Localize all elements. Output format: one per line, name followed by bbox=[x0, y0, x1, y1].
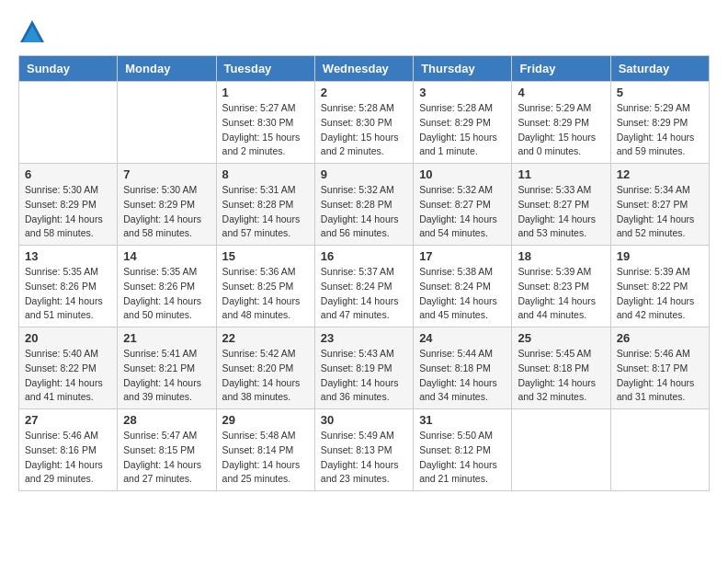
day-number: 14 bbox=[123, 249, 210, 263]
day-info: Sunrise: 5:42 AMSunset: 8:20 PMDaylight:… bbox=[222, 347, 309, 405]
day-info: Sunrise: 5:39 AMSunset: 8:23 PMDaylight:… bbox=[518, 265, 604, 323]
day-info: Sunrise: 5:40 AMSunset: 8:22 PMDaylight:… bbox=[25, 347, 111, 405]
day-info: Sunrise: 5:46 AMSunset: 8:16 PMDaylight:… bbox=[25, 429, 111, 487]
day-info: Sunrise: 5:44 AMSunset: 8:18 PMDaylight:… bbox=[419, 347, 506, 405]
day-number: 6 bbox=[25, 167, 111, 181]
day-info: Sunrise: 5:45 AMSunset: 8:18 PMDaylight:… bbox=[518, 347, 604, 405]
week-row-2: 6Sunrise: 5:30 AMSunset: 8:29 PMDaylight… bbox=[19, 164, 710, 246]
day-info: Sunrise: 5:49 AMSunset: 8:13 PMDaylight:… bbox=[321, 429, 407, 487]
day-cell: 29Sunrise: 5:48 AMSunset: 8:14 PMDayligh… bbox=[216, 409, 314, 491]
day-info: Sunrise: 5:32 AMSunset: 8:28 PMDaylight:… bbox=[321, 183, 407, 241]
day-cell: 6Sunrise: 5:30 AMSunset: 8:29 PMDaylight… bbox=[19, 164, 118, 246]
week-row-5: 27Sunrise: 5:46 AMSunset: 8:16 PMDayligh… bbox=[19, 409, 710, 491]
week-row-3: 13Sunrise: 5:35 AMSunset: 8:26 PMDayligh… bbox=[19, 246, 710, 327]
week-row-4: 20Sunrise: 5:40 AMSunset: 8:22 PMDayligh… bbox=[19, 327, 710, 409]
page-header bbox=[18, 18, 710, 46]
day-cell: 30Sunrise: 5:49 AMSunset: 8:13 PMDayligh… bbox=[314, 409, 413, 491]
day-number: 7 bbox=[123, 167, 210, 181]
day-cell: 22Sunrise: 5:42 AMSunset: 8:20 PMDayligh… bbox=[216, 327, 314, 409]
day-cell: 20Sunrise: 5:40 AMSunset: 8:22 PMDayligh… bbox=[19, 327, 118, 409]
day-number: 8 bbox=[222, 167, 309, 181]
day-info: Sunrise: 5:46 AMSunset: 8:17 PMDaylight:… bbox=[617, 347, 703, 405]
day-number: 28 bbox=[123, 413, 210, 427]
day-number: 10 bbox=[419, 167, 506, 181]
day-info: Sunrise: 5:37 AMSunset: 8:24 PMDaylight:… bbox=[321, 265, 407, 323]
day-info: Sunrise: 5:35 AMSunset: 8:26 PMDaylight:… bbox=[25, 265, 111, 323]
day-number: 15 bbox=[222, 249, 309, 263]
day-number: 17 bbox=[419, 249, 506, 263]
day-number: 21 bbox=[123, 331, 210, 345]
day-info: Sunrise: 5:29 AMSunset: 8:29 PMDaylight:… bbox=[617, 101, 703, 159]
day-number: 20 bbox=[25, 331, 111, 345]
day-cell: 21Sunrise: 5:41 AMSunset: 8:21 PMDayligh… bbox=[118, 327, 216, 409]
day-info: Sunrise: 5:28 AMSunset: 8:29 PMDaylight:… bbox=[419, 101, 506, 159]
day-cell: 9Sunrise: 5:32 AMSunset: 8:28 PMDaylight… bbox=[314, 164, 413, 246]
day-cell: 24Sunrise: 5:44 AMSunset: 8:18 PMDayligh… bbox=[414, 327, 512, 409]
day-number: 26 bbox=[617, 331, 703, 345]
day-info: Sunrise: 5:50 AMSunset: 8:12 PMDaylight:… bbox=[419, 429, 506, 487]
day-info: Sunrise: 5:32 AMSunset: 8:27 PMDaylight:… bbox=[419, 183, 506, 241]
day-cell: 26Sunrise: 5:46 AMSunset: 8:17 PMDayligh… bbox=[610, 327, 709, 409]
weekday-header-sunday: Sunday bbox=[19, 56, 118, 82]
logo-icon bbox=[18, 18, 46, 46]
day-cell: 15Sunrise: 5:36 AMSunset: 8:25 PMDayligh… bbox=[216, 246, 314, 327]
day-cell: 27Sunrise: 5:46 AMSunset: 8:16 PMDayligh… bbox=[19, 409, 118, 491]
day-number: 1 bbox=[222, 86, 309, 99]
weekday-header-row: SundayMondayTuesdayWednesdayThursdayFrid… bbox=[19, 56, 710, 82]
day-cell: 1Sunrise: 5:27 AMSunset: 8:30 PMDaylight… bbox=[216, 82, 314, 164]
day-cell: 16Sunrise: 5:37 AMSunset: 8:24 PMDayligh… bbox=[314, 246, 413, 327]
day-number: 18 bbox=[518, 249, 604, 263]
day-number: 4 bbox=[518, 86, 604, 99]
day-cell: 10Sunrise: 5:32 AMSunset: 8:27 PMDayligh… bbox=[414, 164, 512, 246]
day-info: Sunrise: 5:29 AMSunset: 8:29 PMDaylight:… bbox=[518, 101, 604, 159]
logo bbox=[18, 18, 50, 46]
day-cell bbox=[610, 409, 709, 491]
day-number: 3 bbox=[419, 86, 506, 99]
weekday-header-monday: Monday bbox=[118, 56, 216, 82]
weekday-header-saturday: Saturday bbox=[610, 56, 709, 82]
calendar: SundayMondayTuesdayWednesdayThursdayFrid… bbox=[18, 55, 710, 491]
day-info: Sunrise: 5:36 AMSunset: 8:25 PMDaylight:… bbox=[222, 265, 309, 323]
day-info: Sunrise: 5:38 AMSunset: 8:24 PMDaylight:… bbox=[419, 265, 506, 323]
day-info: Sunrise: 5:48 AMSunset: 8:14 PMDaylight:… bbox=[222, 429, 309, 487]
day-number: 9 bbox=[321, 167, 407, 181]
day-info: Sunrise: 5:31 AMSunset: 8:28 PMDaylight:… bbox=[222, 183, 309, 241]
day-info: Sunrise: 5:43 AMSunset: 8:19 PMDaylight:… bbox=[321, 347, 407, 405]
day-cell bbox=[118, 82, 216, 164]
day-number: 25 bbox=[518, 331, 604, 345]
day-cell: 3Sunrise: 5:28 AMSunset: 8:29 PMDaylight… bbox=[414, 82, 512, 164]
day-number: 13 bbox=[25, 249, 111, 263]
day-number: 11 bbox=[518, 167, 604, 181]
day-cell: 25Sunrise: 5:45 AMSunset: 8:18 PMDayligh… bbox=[512, 327, 610, 409]
day-cell: 31Sunrise: 5:50 AMSunset: 8:12 PMDayligh… bbox=[414, 409, 512, 491]
day-number: 29 bbox=[222, 413, 309, 427]
day-cell: 7Sunrise: 5:30 AMSunset: 8:29 PMDaylight… bbox=[118, 164, 216, 246]
day-cell: 19Sunrise: 5:39 AMSunset: 8:22 PMDayligh… bbox=[610, 246, 709, 327]
day-info: Sunrise: 5:28 AMSunset: 8:30 PMDaylight:… bbox=[321, 101, 407, 159]
day-info: Sunrise: 5:30 AMSunset: 8:29 PMDaylight:… bbox=[123, 183, 210, 241]
weekday-header-wednesday: Wednesday bbox=[314, 56, 413, 82]
day-cell bbox=[19, 82, 118, 164]
week-row-1: 1Sunrise: 5:27 AMSunset: 8:30 PMDaylight… bbox=[19, 82, 710, 164]
day-cell: 8Sunrise: 5:31 AMSunset: 8:28 PMDaylight… bbox=[216, 164, 314, 246]
day-cell: 11Sunrise: 5:33 AMSunset: 8:27 PMDayligh… bbox=[512, 164, 610, 246]
day-number: 24 bbox=[419, 331, 506, 345]
weekday-header-tuesday: Tuesday bbox=[216, 56, 314, 82]
day-number: 31 bbox=[419, 413, 506, 427]
day-info: Sunrise: 5:27 AMSunset: 8:30 PMDaylight:… bbox=[222, 101, 309, 159]
day-number: 12 bbox=[617, 167, 703, 181]
day-info: Sunrise: 5:30 AMSunset: 8:29 PMDaylight:… bbox=[25, 183, 111, 241]
day-number: 22 bbox=[222, 331, 309, 345]
day-info: Sunrise: 5:39 AMSunset: 8:22 PMDaylight:… bbox=[617, 265, 703, 323]
day-info: Sunrise: 5:35 AMSunset: 8:26 PMDaylight:… bbox=[123, 265, 210, 323]
day-cell: 23Sunrise: 5:43 AMSunset: 8:19 PMDayligh… bbox=[314, 327, 413, 409]
day-number: 23 bbox=[321, 331, 407, 345]
day-cell bbox=[512, 409, 610, 491]
day-cell: 4Sunrise: 5:29 AMSunset: 8:29 PMDaylight… bbox=[512, 82, 610, 164]
day-cell: 5Sunrise: 5:29 AMSunset: 8:29 PMDaylight… bbox=[610, 82, 709, 164]
day-info: Sunrise: 5:41 AMSunset: 8:21 PMDaylight:… bbox=[123, 347, 210, 405]
day-number: 5 bbox=[617, 86, 703, 99]
weekday-header-friday: Friday bbox=[512, 56, 610, 82]
day-cell: 28Sunrise: 5:47 AMSunset: 8:15 PMDayligh… bbox=[118, 409, 216, 491]
day-info: Sunrise: 5:47 AMSunset: 8:15 PMDaylight:… bbox=[123, 429, 210, 487]
